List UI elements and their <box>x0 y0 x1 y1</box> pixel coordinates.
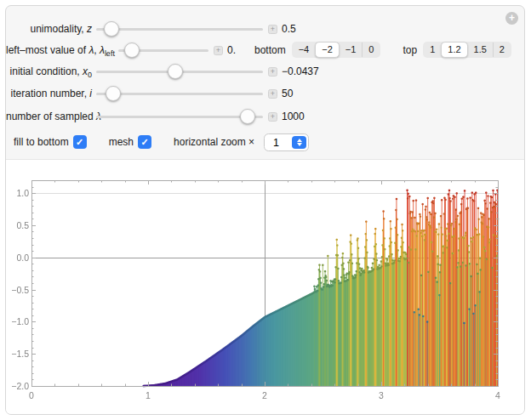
initial-condition-slider[interactable] <box>96 71 263 73</box>
slider-row-lambda-left: left–most value of λ, λleft + 0. bottom … <box>6 39 524 61</box>
slider-row-initial-condition: initial condition, x0 + −0.0437 <box>6 60 524 82</box>
plus-icon: + <box>271 112 275 121</box>
slider-row-iteration-number: iteration number, i + 50 <box>6 82 524 105</box>
slider-row-sampled-lambda: number of sampled λ + 1000 <box>6 105 524 128</box>
slider-label: iteration number, i <box>6 88 92 99</box>
fill-to-bottom-label: fill to bottom <box>14 136 69 148</box>
x-tick-label: 0 <box>22 390 41 400</box>
slider-value: 50 <box>282 88 293 99</box>
x-tick-label: 1 <box>139 390 157 400</box>
open-input-button[interactable]: + <box>214 46 223 55</box>
check-icon: ✓ <box>76 137 83 147</box>
zoom-select-value: 1 <box>273 137 279 149</box>
slider-label: left–most value of λ, λleft <box>6 44 114 58</box>
check-icon: ✓ <box>140 137 148 147</box>
slider-label: number of sampled λ <box>6 111 92 122</box>
slider-thumb[interactable] <box>168 64 183 79</box>
y-tick-label: 1.0 <box>7 188 29 198</box>
slider-value: 0.5 <box>282 23 296 35</box>
seg-option[interactable]: 1.5 <box>468 43 493 57</box>
open-input-button[interactable]: + <box>268 112 277 122</box>
mesh-label: mesh <box>109 136 134 148</box>
sampled-lambda-slider[interactable] <box>96 116 263 118</box>
seg-option[interactable]: −1 <box>340 43 363 57</box>
y-tick-label: −0.5 <box>7 285 29 295</box>
slider-thumb[interactable] <box>106 86 121 101</box>
unimodality-slider[interactable] <box>96 28 263 31</box>
horizontal-zoom-label: horizontal zoom × <box>174 136 254 148</box>
slider-value: −0.0437 <box>282 65 319 77</box>
seg-option[interactable]: −4 <box>293 43 316 57</box>
slider-value: 0. <box>227 44 236 56</box>
seg-option[interactable]: 1.2 <box>441 42 467 58</box>
open-input-button[interactable]: + <box>268 89 277 99</box>
slider-thumb[interactable] <box>124 43 140 58</box>
plus-icon: + <box>216 46 220 54</box>
mesh-checkbox[interactable]: ✓ <box>138 135 151 149</box>
bottom-range-selector: −4 −2 −1 0 <box>292 42 381 58</box>
open-input-button[interactable]: + <box>268 25 277 34</box>
plus-icon: + <box>271 67 275 76</box>
plot-range-controls: bottom −4 −2 −1 0 top 1 1.2 1.5 2 <box>254 42 511 58</box>
fill-to-bottom-checkbox[interactable]: ✓ <box>73 135 87 149</box>
x-tick-label: 4 <box>488 390 507 400</box>
slider-label: unimodality, z <box>6 23 92 35</box>
slider-value: 1000 <box>282 111 305 122</box>
y-tick-label: 0.5 <box>7 220 29 230</box>
bottom-range-label: bottom <box>254 44 286 56</box>
top-range-selector: 1 1.2 1.5 2 <box>423 42 511 58</box>
y-tick-label: 0.0 <box>7 253 29 263</box>
x-tick-label: 3 <box>372 390 391 400</box>
plus-icon: + <box>271 25 275 33</box>
seg-option[interactable]: 1 <box>424 43 441 57</box>
horizontal-zoom-select[interactable]: 1 <box>264 133 309 151</box>
controls-area: unimodality, z + 0.5 left–most value of … <box>6 6 524 159</box>
slider-thumb[interactable] <box>240 109 255 124</box>
stepper-icon <box>292 136 306 149</box>
x-tick-label: 2 <box>255 390 274 400</box>
plot-canvas <box>6 160 524 415</box>
seg-option[interactable]: 0 <box>362 43 380 57</box>
slider-thumb[interactable] <box>104 21 119 37</box>
slider-row-unimodality: unimodality, z + 0.5 <box>6 18 524 40</box>
iteration-number-slider[interactable] <box>96 93 263 95</box>
seg-option[interactable]: −2 <box>315 42 340 58</box>
manipulate-panel: + unimodality, z + 0.5 left–most value o… <box>5 5 525 415</box>
seg-option[interactable]: 2 <box>493 43 511 57</box>
top-range-label: top <box>403 44 417 56</box>
toggle-row: fill to bottom ✓ mesh ✓ horizontal zoom … <box>6 131 524 153</box>
y-tick-label: −1.0 <box>7 316 29 326</box>
open-input-button[interactable]: + <box>268 67 277 77</box>
plot-pane: 1.00.50.0−0.5−1.0−1.5−2.001234 <box>6 159 524 415</box>
plus-icon: + <box>271 89 275 98</box>
slider-label: initial condition, x0 <box>6 65 92 79</box>
manipulate-demonstration: + unimodality, z + 0.5 left–most value o… <box>0 0 531 420</box>
y-tick-label: −1.5 <box>7 349 29 359</box>
lambda-left-slider[interactable] <box>118 49 208 52</box>
